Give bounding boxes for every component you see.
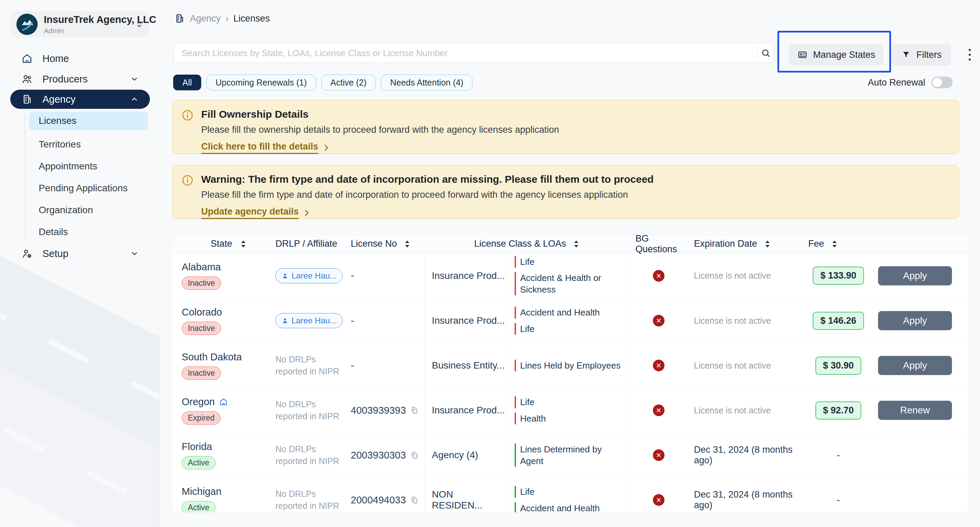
ownership-details-banner: Fill Ownership Details Please fill the o…	[172, 100, 959, 154]
breadcrumb-parent[interactable]: Agency	[190, 13, 221, 24]
fill-details-link[interactable]: Click here to fill the details	[201, 141, 559, 154]
firm-type-warning-banner: Warning: The firm type and date of incor…	[172, 165, 959, 219]
drlp-text: No DRLPs reported in NIPR	[275, 353, 344, 377]
state-cell: Florida Active	[172, 433, 275, 478]
license-number: -	[351, 360, 354, 371]
sidebar-item-territories[interactable]: Territories	[29, 134, 148, 155]
license-class: Insurance Prod...	[432, 405, 505, 416]
chevron-down-icon	[130, 75, 139, 83]
sort-icon	[764, 240, 771, 248]
col-header-state[interactable]: State	[172, 235, 275, 253]
sidebar-item-home[interactable]: Home	[10, 49, 150, 68]
app-root: InsureTrek Agency, LLC Admin Home Produc…	[0, 0, 980, 527]
search-bar	[173, 43, 774, 63]
subnav-guide-line	[25, 113, 25, 240]
copy-icon[interactable]	[410, 406, 419, 415]
sidebar-item-pending-applications[interactable]: Pending Applications	[29, 177, 148, 199]
table-row: Colorado Inactive Laree Hau... - Insuran…	[172, 298, 968, 343]
table-header: State DRLP / Affiliate License No Licens…	[172, 235, 968, 253]
sidebar-item-details[interactable]: Details	[29, 221, 148, 243]
col-header-drlp: DRLP / Affiliate	[275, 235, 344, 253]
sidebar-item-setup[interactable]: Setup	[10, 244, 150, 263]
state-name: Oregon	[182, 396, 215, 408]
search-icon[interactable]	[757, 43, 774, 63]
license-class: Business Entity...	[432, 360, 505, 371]
loa-item: Life	[515, 256, 535, 267]
sidebar-nav: Home Producers Agency	[0, 48, 160, 264]
state-cell: Oregon Expired	[172, 388, 275, 433]
auto-renewal-toggle[interactable]	[931, 76, 953, 88]
setup-icon	[21, 248, 33, 260]
sidebar: InsureTrek Agency, LLC Admin Home Produc…	[0, 0, 160, 527]
org-switcher[interactable]: InsureTrek Agency, LLC Admin	[10, 11, 150, 38]
filters-button[interactable]: Filters	[892, 44, 951, 66]
filter-funnel-icon	[901, 50, 911, 59]
status-badge: Active	[182, 501, 216, 513]
copy-icon[interactable]	[410, 451, 419, 460]
copy-icon[interactable]	[410, 495, 419, 505]
col-header-expiration-date[interactable]: Expiration Date	[688, 235, 804, 253]
renew-button[interactable]: Renew	[878, 401, 952, 420]
sort-icon	[404, 240, 410, 248]
drlp-chip[interactable]: Laree Hau...	[275, 313, 342, 328]
chip-upcoming-renewals[interactable]: Upcoming Renewals (1)	[206, 75, 316, 90]
table-row: Alabama Inactive Laree Hau... - Insuranc…	[172, 253, 968, 298]
chip-all[interactable]: All	[173, 75, 201, 90]
col-header-fee[interactable]: Fee	[804, 235, 873, 253]
sidebar-item-organization[interactable]: Organization	[29, 199, 148, 221]
fee-amount: $ 30.90	[815, 357, 861, 375]
auto-renewal-label: Auto Renewal	[868, 77, 925, 88]
fee-amount: $ 146.26	[813, 312, 864, 330]
expiration-date: Dec 31, 2024 (8 months ago)	[694, 489, 804, 511]
apply-button[interactable]: Apply	[878, 311, 952, 330]
more-options-kebab-icon[interactable]	[963, 46, 977, 64]
sidebar-item-licenses[interactable]: Licenses	[29, 111, 148, 130]
licenses-table: State DRLP / Affiliate License No Licens…	[172, 235, 968, 512]
bg-questions-x-icon	[653, 360, 665, 371]
org-logo	[16, 14, 38, 35]
col-header-license-class-loas[interactable]: License Class & LOAs	[425, 235, 629, 253]
home-state-icon	[219, 397, 228, 406]
col-header-license-no[interactable]: License No	[344, 235, 425, 253]
sort-icon	[831, 240, 838, 248]
loa-item: Life	[515, 486, 535, 498]
chevron-up-icon	[130, 95, 139, 104]
bg-questions-x-icon	[653, 315, 665, 326]
loa-item: Accident and Health	[515, 307, 600, 318]
chevron-right-icon	[302, 209, 311, 217]
update-agency-details-link[interactable]: Update agency details	[201, 206, 654, 219]
manage-states-card-icon	[797, 49, 808, 60]
state-cell: Colorado Inactive	[172, 298, 275, 343]
fee-amount: $ 92.70	[815, 401, 861, 420]
filters-label: Filters	[916, 49, 942, 60]
fee-amount: -	[837, 495, 840, 506]
auto-renewal-control: Auto Renewal	[868, 76, 953, 88]
license-class: Agency (4)	[432, 450, 478, 461]
status-badge: Inactive	[182, 277, 221, 290]
org-name: InsureTrek Agency, LLC	[44, 14, 135, 25]
state-name: Colorado	[182, 307, 222, 318]
expiration-status: License is not active	[694, 316, 771, 326]
apply-button[interactable]: Apply	[878, 356, 952, 375]
person-icon	[281, 317, 289, 325]
drlp-text: No DRLPs reported in NIPR	[275, 398, 344, 422]
fee-amount: -	[837, 450, 840, 461]
producers-icon	[21, 73, 33, 85]
expiration-status: License is not active	[694, 271, 771, 280]
agency-subnav: Licenses Territories Appointments Pendin…	[0, 111, 160, 243]
chip-active[interactable]: Active (2)	[321, 75, 376, 90]
manage-states-label: Manage States	[813, 49, 875, 60]
drlp-chip[interactable]: Laree Hau...	[275, 268, 342, 283]
toggle-knob	[932, 78, 942, 87]
breadcrumb: Agency › Licenses	[174, 13, 270, 24]
manage-states-button[interactable]: Manage States	[789, 44, 883, 66]
loa-item: Health	[515, 413, 546, 424]
apply-button[interactable]: Apply	[878, 266, 952, 285]
sidebar-item-producers[interactable]: Producers	[10, 69, 150, 89]
license-class: Insurance Prod...	[432, 270, 505, 281]
sidebar-item-appointments[interactable]: Appointments	[29, 155, 148, 177]
chip-needs-attention[interactable]: Needs Attention (4)	[381, 75, 473, 90]
sidebar-item-agency[interactable]: Agency	[10, 90, 150, 109]
table-row: South Dakota Inactive No DRLPs reported …	[172, 343, 968, 388]
search-input[interactable]	[173, 43, 757, 63]
